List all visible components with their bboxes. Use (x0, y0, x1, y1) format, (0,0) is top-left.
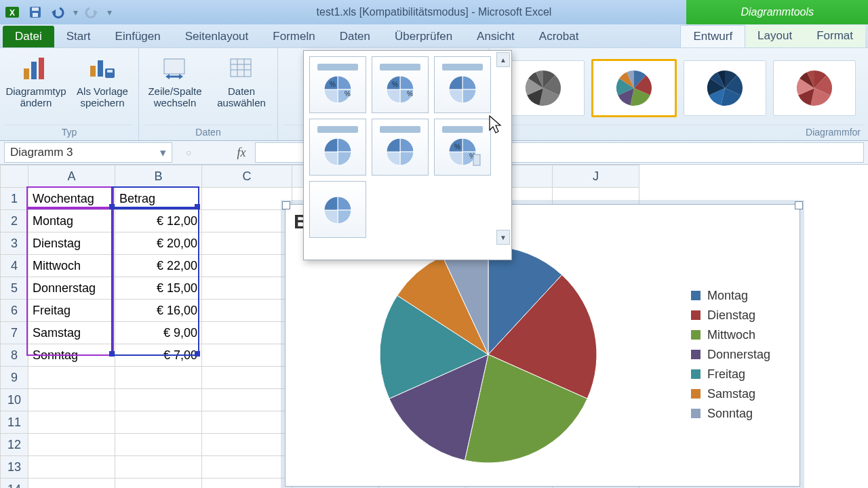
cell[interactable] (115, 434, 202, 456)
row-header[interactable]: 1 (1, 188, 28, 210)
row-header[interactable]: 10 (1, 389, 28, 411)
cell[interactable] (28, 411, 115, 434)
cell[interactable]: Dienstag (28, 232, 115, 255)
tab-chart-format[interactable]: Format (804, 25, 865, 47)
legend-item[interactable]: Sonntag (691, 407, 800, 421)
row-header[interactable]: 5 (1, 277, 28, 300)
chart-layout-option-7[interactable] (309, 181, 366, 238)
selection-handle[interactable] (195, 351, 200, 357)
cell[interactable]: Mittwoch (28, 255, 115, 277)
cell[interactable] (202, 389, 292, 411)
qat-customize-icon[interactable]: ▾ (106, 3, 113, 22)
selection-handle[interactable] (109, 204, 115, 209)
chart-plot-area[interactable]: MontagDienstagMittwochDonnerstagFreitagS… (285, 236, 800, 473)
chart-style-3[interactable] (684, 60, 766, 116)
gallery-scroll-down-icon[interactable]: ▼ (496, 230, 510, 245)
change-chart-type-button[interactable]: Diagrammtyp ändern (5, 51, 66, 108)
select-all-corner[interactable] (1, 165, 28, 188)
cell[interactable]: Freitag (28, 300, 115, 322)
row-header[interactable]: 9 (1, 367, 28, 389)
save-as-template-button[interactable]: Als Vorlage speichern (72, 51, 133, 108)
chart-resize-handle[interactable] (282, 201, 290, 209)
cell[interactable] (115, 456, 202, 479)
col-header-J[interactable]: J (553, 165, 639, 188)
tab-file[interactable]: Datei (3, 26, 54, 47)
row-header[interactable]: 3 (1, 232, 28, 255)
cell[interactable] (28, 389, 115, 411)
cell[interactable]: € 20,00 (115, 232, 202, 255)
legend-item[interactable]: Donnerstag (691, 348, 800, 362)
cell[interactable]: Donnerstag (28, 277, 115, 300)
tab-data[interactable]: Daten (328, 26, 382, 47)
tab-home[interactable]: Start (54, 26, 103, 47)
cell[interactable]: € 12,00 (115, 210, 202, 232)
cell[interactable]: Sonntag (28, 344, 115, 367)
cell[interactable] (202, 210, 292, 232)
chart-layout-option-1[interactable]: %% (309, 56, 366, 113)
cell[interactable] (115, 411, 202, 434)
qat-dropdown-icon[interactable]: ▾ (72, 3, 79, 22)
cell[interactable] (202, 232, 292, 255)
chart-style-4[interactable] (773, 60, 856, 116)
pie-chart[interactable] (366, 239, 610, 470)
row-header[interactable]: 12 (1, 434, 28, 456)
chart-legend[interactable]: MontagDienstagMittwochDonnerstagFreitagS… (691, 283, 800, 426)
cell[interactable] (202, 479, 292, 489)
cell[interactable] (202, 344, 292, 367)
cell[interactable]: Samstag (28, 322, 115, 344)
legend-item[interactable]: Dienstag (691, 308, 800, 323)
chart-layout-option-5[interactable] (372, 119, 429, 176)
selection-handle[interactable] (195, 204, 200, 209)
chart-layout-option-3[interactable] (434, 56, 491, 113)
row-header[interactable]: 6 (1, 300, 28, 322)
tab-view[interactable]: Ansicht (465, 26, 527, 47)
chart-style-1[interactable] (502, 60, 585, 116)
name-box[interactable]: Diagramm 3 ▾ (4, 142, 172, 163)
cell[interactable] (202, 434, 292, 456)
excel-app-icon[interactable]: X (3, 3, 22, 22)
redo-button[interactable] (83, 3, 102, 22)
row-header[interactable]: 8 (1, 344, 28, 367)
undo-button[interactable] (49, 3, 68, 22)
row-header[interactable]: 11 (1, 411, 28, 434)
cell[interactable]: € 16,00 (115, 300, 202, 322)
cell[interactable] (202, 456, 292, 479)
cell[interactable] (28, 456, 115, 479)
cell[interactable] (202, 188, 292, 210)
tab-design[interactable]: Entwurf (680, 25, 745, 47)
col-header-A[interactable]: A (28, 165, 115, 188)
cell[interactable]: Betrag (115, 188, 202, 210)
tab-acrobat[interactable]: Acrobat (527, 26, 591, 47)
cell[interactable]: € 22,00 (115, 255, 202, 277)
cell[interactable]: € 15,00 (115, 277, 202, 300)
cell[interactable] (202, 300, 292, 322)
legend-item[interactable]: Mittwoch (691, 328, 800, 342)
cell[interactable]: € 7,00 (115, 344, 202, 367)
row-header[interactable]: 7 (1, 322, 28, 344)
name-box-dropdown-icon[interactable]: ▾ (160, 146, 166, 160)
chart-layouts-dropdown[interactable]: ▲ ▼ %%%%%% (303, 50, 512, 260)
chart-resize-handle[interactable] (795, 201, 803, 209)
cell[interactable] (202, 255, 292, 277)
cell[interactable] (202, 367, 292, 389)
tab-review[interactable]: Überprüfen (382, 26, 465, 47)
row-header[interactable]: 13 (1, 456, 28, 479)
tab-chart-layout[interactable]: Layout (745, 25, 804, 47)
cell[interactable] (115, 479, 202, 489)
row-header[interactable]: 2 (1, 210, 28, 232)
chart-layout-option-2[interactable]: %% (372, 56, 429, 113)
row-header[interactable]: 4 (1, 255, 28, 277)
cell[interactable]: Wochentag (28, 188, 115, 210)
tab-formulas[interactable]: Formeln (260, 26, 327, 47)
chart-style-2[interactable] (591, 59, 677, 117)
cell[interactable] (115, 389, 202, 411)
row-header[interactable]: 14 (1, 479, 28, 489)
tab-insert[interactable]: Einfügen (103, 26, 173, 47)
legend-item[interactable]: Freitag (691, 367, 800, 382)
chart-layout-option-6[interactable]: %% (434, 119, 491, 176)
cell[interactable]: € 9,00 (115, 322, 202, 344)
col-header-B[interactable]: B (115, 165, 202, 188)
legend-item[interactable]: Montag (691, 289, 800, 303)
save-button[interactable] (26, 3, 45, 22)
cell[interactable] (202, 322, 292, 344)
